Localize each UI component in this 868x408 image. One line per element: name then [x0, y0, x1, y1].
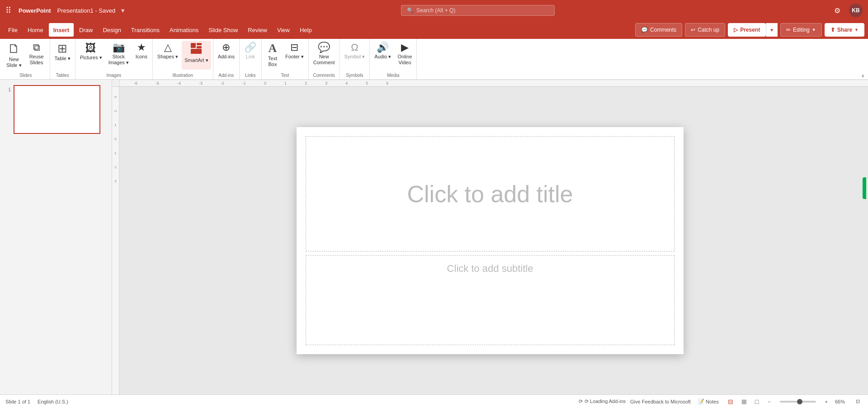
fit-slide-button[interactable]: ⊡ — [853, 398, 863, 405]
zoom-in-button[interactable]: + — [822, 398, 830, 405]
text-box-button[interactable]: A TextBox — [264, 41, 282, 70]
smartart-button[interactable]: SmartArt ▾ — [182, 41, 211, 70]
ribbon-group-slides: 🗋 NewSlide ▾ ⧉ ReuseSlides Slides — [2, 39, 50, 79]
stock-images-label: StockImages ▾ — [108, 54, 129, 66]
new-slide-label: NewSlide ▾ — [6, 57, 22, 68]
slide-thumb-1[interactable] — [14, 85, 100, 134]
slide-title-placeholder[interactable]: Click to add title — [306, 136, 675, 251]
audio-label: Audio ▾ — [374, 54, 391, 60]
new-slide-button[interactable]: 🗋 NewSlide ▾ — [4, 41, 24, 70]
reading-view-button[interactable]: □ — [753, 397, 760, 406]
addins-icon: ⊕ — [222, 43, 230, 52]
zoom-out-button[interactable]: − — [765, 398, 773, 405]
online-video-button[interactable]: ▶ OnlineVideo — [395, 41, 415, 70]
slide-thumbnail-1[interactable]: 1 — [2, 83, 110, 136]
slide-sorter-button[interactable]: ⊞ — [740, 397, 749, 406]
user-avatar[interactable]: KB — [849, 4, 863, 17]
table-button[interactable]: ⊞ Table ▾ — [52, 41, 73, 70]
stock-images-button[interactable]: 📷 StockImages ▾ — [106, 41, 132, 70]
reuse-slides-button[interactable]: ⧉ ReuseSlides — [25, 41, 48, 70]
menu-item-insert[interactable]: Insert — [49, 23, 74, 37]
canvas-with-ruler: 3 2 1 0 1 2 3 Click to add title Click t… — [112, 87, 868, 394]
green-tab[interactable] — [863, 177, 866, 199]
slide-title-text: Click to add title — [407, 180, 573, 208]
menu-item-file[interactable]: File — [4, 23, 22, 37]
smartart-label: SmartArt ▾ — [184, 57, 208, 63]
link-icon: 🔗 — [244, 43, 256, 52]
icons-button[interactable]: ★ Icons — [132, 41, 151, 70]
tables-group-label: Tables — [52, 73, 73, 79]
footer-button[interactable]: ⊟ Footer ▾ — [283, 41, 307, 70]
present-dropdown[interactable]: ▼ — [766, 23, 778, 37]
link-button[interactable]: 🔗 Link — [241, 41, 259, 70]
svg-rect-0 — [191, 43, 196, 48]
menu-item-slideshow[interactable]: Slide Show — [204, 23, 242, 37]
pictures-icon: 🖼 — [85, 43, 96, 53]
zoom-slider[interactable] — [780, 401, 816, 403]
feedback-link[interactable]: Give Feedback to Microsoft — [630, 399, 691, 404]
footer-label: Footer ▾ — [285, 54, 304, 60]
present-button[interactable]: ▷ Present — [728, 23, 766, 37]
svg-rect-1 — [197, 43, 202, 45]
slide-canvas[interactable]: Click to add title Click to add subtitle — [119, 87, 861, 394]
language-info: English (U.S.) — [38, 399, 68, 404]
doc-title: Presentation1 - Saved — [57, 7, 116, 14]
ribbon-expand-button[interactable]: ∧ — [859, 72, 866, 79]
new-comment-label: NewComment — [313, 54, 335, 66]
status-bar: Slide 1 of 1 English (U.S.) ⟳ ⟳ Loading … — [0, 394, 868, 408]
slides-panel: 1 — [0, 80, 112, 394]
loading-icon: ⟳ — [579, 399, 583, 404]
symbol-button[interactable]: Ω Symbol ▾ — [342, 41, 368, 70]
icons-label: Icons — [136, 54, 147, 60]
menu-item-transitions[interactable]: Transitions — [127, 23, 164, 37]
slide-info: Slide 1 of 1 — [5, 399, 30, 404]
menu-item-animations[interactable]: Animations — [165, 23, 203, 37]
normal-view-button[interactable]: ⊟ — [726, 397, 735, 406]
footer-icon: ⊟ — [290, 43, 298, 52]
images-group-label: Images — [77, 73, 151, 79]
menu-bar: File Home Insert Draw Design Transitions… — [0, 21, 868, 39]
slides-group-label: Slides — [4, 73, 48, 79]
menu-item-home[interactable]: Home — [23, 23, 48, 37]
editing-button[interactable]: ✏ Editing ▼ — [780, 23, 822, 37]
zoom-level: 66% — [835, 399, 849, 404]
pictures-button[interactable]: 🖼 Pictures ▾ — [77, 41, 105, 70]
waffle-icon[interactable]: ⠿ — [5, 5, 11, 15]
doc-expand-icon[interactable]: ▼ — [120, 7, 126, 14]
slide-subtitle-placeholder[interactable]: Click to add subtitle — [306, 255, 675, 345]
menu-item-draw[interactable]: Draw — [75, 23, 97, 37]
ribbon-group-illustration: △ Shapes ▾ SmartArt ▾ Illustration — [153, 39, 213, 79]
addins-group-label: Add-ins — [215, 73, 237, 79]
menu-item-review[interactable]: Review — [243, 23, 272, 37]
app-name: PowerPoint — [19, 7, 51, 14]
new-comment-button[interactable]: 💬 NewComment — [311, 41, 338, 70]
svg-rect-3 — [191, 49, 202, 54]
ribbon-group-links: 🔗 Link Links — [240, 39, 262, 79]
catchup-button[interactable]: ↩ Catch up — [685, 23, 725, 37]
comments-button[interactable]: 💬 Comments — [635, 23, 682, 37]
table-icon: ⊞ — [57, 43, 67, 54]
ribbon-group-comments: 💬 NewComment Comments — [309, 39, 340, 79]
search-input[interactable] — [416, 7, 534, 14]
online-video-icon: ▶ — [401, 43, 409, 52]
canvas-area: -6 -5 -4 -3 -2 -1 0 1 2 3 4 5 6 3 2 1 0 — [112, 80, 868, 394]
menu-bar-right: 💬 Comments ↩ Catch up ▷ Present ▼ ✏ Edit… — [635, 23, 864, 37]
settings-icon[interactable]: ⚙ — [830, 3, 844, 18]
zoom-thumb[interactable] — [797, 399, 802, 404]
reuse-slides-icon: ⧉ — [33, 43, 40, 52]
menu-item-design[interactable]: Design — [98, 23, 125, 37]
slide-main[interactable]: Click to add title Click to add subtitle — [297, 127, 684, 354]
shapes-button[interactable]: △ Shapes ▾ — [155, 41, 181, 70]
ribbon-group-text: A TextBox ⊟ Footer ▾ Text — [262, 39, 309, 79]
links-group-label: Links — [241, 73, 259, 79]
notes-button[interactable]: 📝 Notes — [695, 398, 722, 405]
menu-item-view[interactable]: View — [273, 23, 294, 37]
addins-button[interactable]: ⊕ Add-ins — [215, 41, 237, 70]
reuse-slides-label: ReuseSlides — [29, 54, 44, 66]
share-button[interactable]: ⬆ Share ▼ — [825, 23, 864, 37]
audio-button[interactable]: 🔊 Audio ▾ — [372, 41, 394, 70]
text-group-label: Text — [264, 73, 307, 79]
menu-item-help[interactable]: Help — [295, 23, 316, 37]
new-slide-icon: 🗋 — [8, 43, 20, 55]
search-box[interactable]: 🔍 — [401, 5, 555, 16]
